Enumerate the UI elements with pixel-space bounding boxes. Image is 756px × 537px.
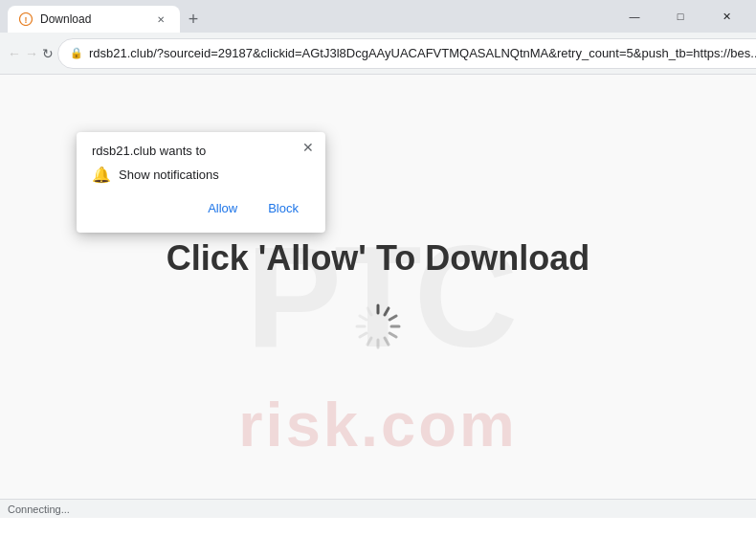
svg-line-6 [389, 333, 396, 337]
minimize-button[interactable]: — [612, 1, 656, 32]
popup-close-button[interactable]: ✕ [299, 138, 318, 157]
svg-line-4 [389, 316, 396, 320]
show-notifications-label: Show notifications [119, 168, 219, 182]
svg-line-9 [367, 338, 371, 345]
svg-line-13 [367, 307, 371, 314]
window-controls: — □ ✕ [612, 1, 748, 32]
address-input[interactable]: 🔒 rdsb21.club/?sourceid=29187&clickid=AG… [57, 38, 756, 69]
bell-icon: 🔔 [92, 166, 111, 184]
page-headline: Click 'Allow' To Download [167, 238, 589, 279]
url-text: rdsb21.club/?sourceid=29187&clickid=AGtJ… [89, 46, 756, 60]
back-button[interactable]: ← [8, 40, 21, 67]
svg-line-7 [385, 338, 389, 345]
notification-popup: ✕ rdsb21.club wants to 🔔 Show notificati… [77, 132, 325, 233]
maximize-button[interactable]: □ [658, 1, 702, 32]
address-bar: ← → ↻ 🔒 rdsb21.club/?sourceid=29187&clic… [0, 33, 756, 75]
refresh-button[interactable]: ↻ [42, 40, 54, 67]
status-text: Connecting... [8, 503, 70, 515]
tab-close-button[interactable]: ✕ [153, 11, 168, 27]
title-bar: ! Download ✕ + — □ ✕ [0, 0, 756, 33]
popup-title: rdsb21.club wants to [92, 144, 310, 158]
popup-buttons: Allow Block [92, 195, 310, 221]
lock-icon: 🔒 [70, 47, 83, 59]
active-tab[interactable]: ! Download ✕ [8, 6, 180, 33]
block-button[interactable]: Block [256, 195, 310, 221]
allow-button[interactable]: Allow [196, 195, 249, 221]
svg-line-3 [385, 307, 389, 314]
svg-line-12 [360, 316, 367, 320]
loading-spinner [349, 298, 407, 355]
forward-button[interactable]: → [25, 40, 38, 67]
content-area: PTC risk.com ✕ rdsb21.club wants to 🔔 Sh… [0, 75, 756, 518]
svg-line-10 [360, 333, 367, 337]
close-button[interactable]: ✕ [704, 1, 748, 32]
status-bar: Connecting... [0, 499, 756, 518]
popup-content-row: 🔔 Show notifications [92, 166, 310, 184]
tab-favicon-icon: ! [19, 12, 33, 26]
tab-title: Download [40, 12, 145, 26]
tab-area: ! Download ✕ + [8, 0, 612, 33]
new-tab-button[interactable]: + [180, 6, 207, 33]
svg-text:!: ! [25, 15, 28, 25]
